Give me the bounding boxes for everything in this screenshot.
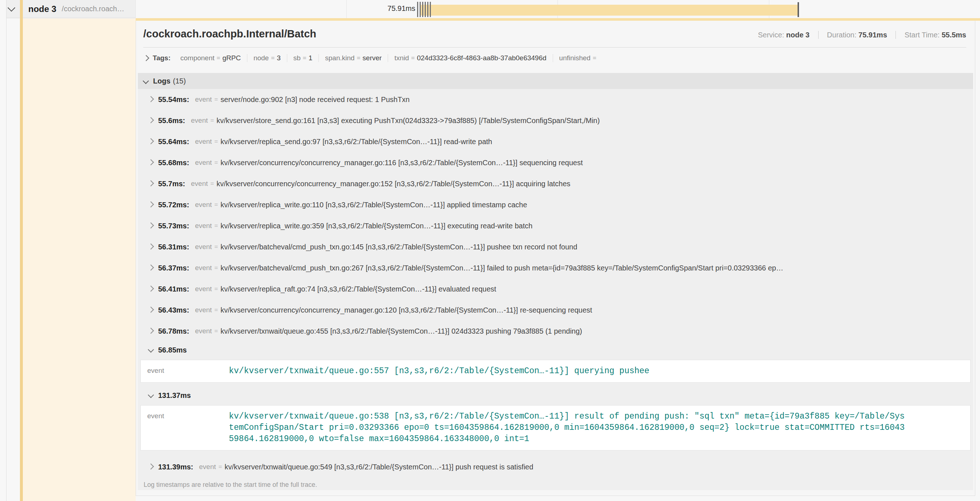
log-row[interactable]: 56.37ms: event = kv/kvserver/batcheval/c…: [138, 257, 973, 278]
logs-title: Logs: [153, 77, 170, 85]
log-entry-toggle[interactable]: 56.85ms: [138, 343, 973, 357]
collapse-all-button[interactable]: [9, 5, 18, 14]
overview-divider: [896, 31, 896, 39]
duration-value: 75.91ms: [859, 31, 887, 39]
log-tick-marks: [417, 2, 431, 17]
equals-sign: =: [303, 54, 307, 62]
tag-unfinished: unfinished =: [553, 54, 605, 62]
title-row: /cockroach.roachpb.Internal/Batch Servic…: [143, 26, 966, 48]
chevron-right-icon: [148, 117, 154, 123]
chevron-right-icon: [148, 464, 154, 470]
trace-end-marker: [797, 2, 799, 17]
log-row[interactable]: 55.7ms: event = kv/kvserver/concurrency/…: [138, 173, 973, 194]
log-row[interactable]: 56.41ms: event = kv/kvserver/replica_raf…: [138, 278, 973, 300]
chevron-right-icon: [148, 138, 154, 145]
equals-sign: =: [214, 286, 218, 293]
logs-count: (15): [173, 77, 186, 85]
equals-sign: =: [214, 243, 218, 250]
span-bar[interactable]: [421, 5, 799, 16]
log-entry-expanded: 56.85ms event kv/kvserver/txnwait/queue.…: [138, 343, 973, 383]
span-color-accent-bar: [20, 0, 23, 501]
chevron-right-icon: [148, 223, 154, 229]
span-overview: Service: node 3 Duration: 75.91ms Start …: [758, 31, 966, 39]
equals-sign: =: [214, 96, 218, 103]
log-row[interactable]: 56.31ms: event = kv/kvserver/batcheval/c…: [138, 236, 973, 257]
timeline-header[interactable]: 75.91ms: [136, 0, 980, 18]
tab-service-name: node 3: [28, 4, 56, 14]
log-row[interactable]: 55.72ms: event = kv/kvserver/replica_wri…: [138, 194, 973, 215]
service-value: node 3: [786, 31, 810, 39]
equals-sign: =: [411, 54, 415, 62]
chevron-right-icon: [148, 244, 154, 250]
chevron-down-icon: [148, 392, 154, 398]
chevron-right-icon: [143, 55, 150, 61]
equals-sign: =: [214, 138, 218, 145]
timeline-gridline: [346, 0, 347, 18]
equals-sign: =: [593, 54, 596, 62]
chevron-right-icon: [148, 160, 154, 166]
tags-toggle-row[interactable]: Tags: component = gRPC node = 3 sb = 1 s…: [143, 48, 966, 69]
start-time-value: 55.5ms: [942, 31, 966, 39]
span-detail-header: /cockroach.roachpb.Internal/Batch Servic…: [136, 21, 975, 69]
equals-sign: =: [218, 463, 222, 471]
chevron-down-icon: [8, 4, 15, 12]
log-entry-expanded: 131.37ms event kv/kvserver/txnwait/queue…: [138, 388, 973, 450]
span-detail-card: /cockroach.roachpb.Internal/Batch Servic…: [136, 21, 975, 496]
log-entry-toggle[interactable]: 131.37ms: [138, 388, 973, 402]
log-fields-table: event kv/kvserver/txnwait/queue.go:538 […: [140, 405, 970, 450]
chevron-right-icon: [148, 180, 154, 187]
selected-span-name-column[interactable]: [23, 19, 136, 501]
chevron-right-icon: [148, 265, 154, 271]
tag-component: component = gRPC: [174, 54, 247, 62]
log-fields-table: event kv/kvserver/txnwait/queue.go:557 […: [140, 360, 970, 383]
chevron-right-icon: [148, 96, 154, 102]
chevron-right-icon: [148, 286, 154, 292]
service-label: Service:: [758, 31, 784, 39]
chevron-right-icon: [148, 201, 154, 207]
logs-header-bar[interactable]: Logs (15): [138, 73, 973, 89]
tag-sb: sb = 1: [287, 54, 319, 62]
start-time-label: Start Time:: [905, 31, 940, 39]
chevron-down-icon: [143, 78, 149, 84]
tag-node: node = 3: [247, 54, 287, 62]
logs-section: Logs (15) 55.54ms: event = server/node.g…: [138, 73, 973, 490]
overview-divider: [818, 31, 819, 39]
log-field-value: kv/kvserver/txnwait/queue.go:557 [n3,s3,…: [229, 365, 907, 377]
log-field-key: event: [147, 365, 229, 377]
span-duration-label: 75.91ms: [354, 4, 415, 13]
log-row[interactable]: 55.54ms: event = server/node.go:902 [n3]…: [138, 89, 973, 110]
log-row[interactable]: 55.73ms: event = kv/kvserver/replica_wri…: [138, 215, 973, 236]
chevron-right-icon: [148, 328, 154, 334]
span-name-tab[interactable]: node 3 /cockroach.roach…: [6, 0, 136, 18]
log-field-key: event: [147, 411, 229, 445]
log-row[interactable]: 55.68ms: event = kv/kvserver/concurrency…: [138, 152, 973, 173]
equals-sign: =: [214, 327, 218, 335]
log-row[interactable]: 56.43ms: event = kv/kvserver/concurrency…: [138, 300, 973, 321]
log-row[interactable]: 56.78ms: event = kv/kvserver/txnwait/que…: [138, 321, 973, 341]
equals-sign: =: [214, 306, 218, 314]
tag-txnid: txnid = 024d3323-6c8f-4863-aa8b-37ab0e63…: [388, 54, 553, 62]
chevron-down-icon: [148, 347, 154, 353]
logs-list: 55.54ms: event = server/node.go:902 [n3]…: [138, 89, 973, 490]
duration-label: Duration:: [827, 31, 856, 39]
span-operation-title: /cockroach.roachpb.Internal/Batch: [143, 28, 316, 40]
equals-sign: =: [214, 159, 218, 166]
tab-operation-name: /cockroach.roach…: [62, 5, 124, 13]
left-rail-divider: [6, 0, 6, 501]
log-row[interactable]: 55.6ms: event = kv/kvserver/store_send.g…: [138, 110, 973, 131]
log-field-value: kv/kvserver/txnwait/queue.go:538 [n3,s3,…: [229, 411, 907, 445]
equals-sign: =: [214, 201, 218, 208]
equals-sign: =: [271, 54, 275, 62]
tags-label: Tags:: [153, 54, 170, 62]
log-row[interactable]: 55.64ms: event = kv/kvserver/replica_sen…: [138, 131, 973, 152]
equals-sign: =: [210, 180, 214, 187]
equals-sign: =: [357, 54, 361, 62]
equals-sign: =: [210, 117, 214, 124]
logs-footer-note: Log timestamps are relative to the start…: [138, 477, 973, 489]
equals-sign: =: [214, 222, 218, 230]
tag-span-kind: span.kind = server: [319, 54, 388, 62]
equals-sign: =: [216, 54, 220, 62]
equals-sign: =: [214, 264, 218, 271]
log-row[interactable]: 131.39ms: event = kv/kvserver/txnwait/qu…: [138, 456, 973, 477]
chevron-right-icon: [148, 307, 154, 313]
